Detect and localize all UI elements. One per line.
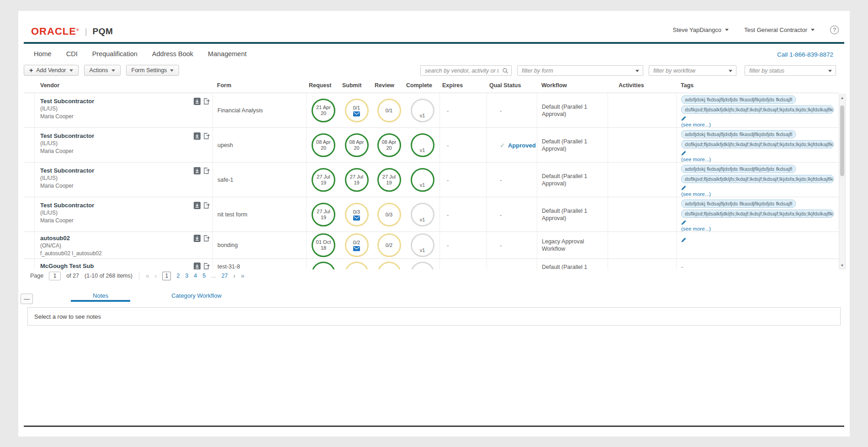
- add-vendor-button[interactable]: + Add Vendor: [24, 65, 79, 76]
- submit-cell[interactable]: 0/2: [340, 232, 373, 258]
- nav-home[interactable]: Home: [34, 50, 52, 58]
- export-pdf-icon[interactable]: [194, 132, 201, 140]
- tag-pill[interactable]: dsflkjsd;fljdsalkfjdkljfs;lkdajf;lkdsjf;…: [681, 210, 834, 218]
- org-menu[interactable]: Test General Contractor: [744, 26, 815, 33]
- submit-cell[interactable]: 27 Jul19: [340, 163, 373, 197]
- review-cell[interactable]: 0/1: [373, 93, 405, 128]
- open-form-icon[interactable]: [203, 235, 210, 242]
- edit-tags-pencil-icon[interactable]: [681, 185, 686, 190]
- open-form-icon[interactable]: [203, 263, 210, 269]
- form-name[interactable]: Financial Analysis: [212, 93, 306, 128]
- export-pdf-icon[interactable]: [194, 98, 201, 105]
- tag-pill[interactable]: adsfjdskj fkdsajfljdsfjds flkasdjflkjdsf…: [681, 130, 796, 138]
- request-cell[interactable]: 01 Oct18: [306, 232, 340, 258]
- prev-page-button[interactable]: ‹: [155, 272, 157, 279]
- vendor-name[interactable]: Test Subcontractor: [40, 202, 212, 209]
- filter-by-workflow-dropdown[interactable]: filter by workflow: [649, 65, 736, 76]
- submit-cell[interactable]: 0/3: [340, 197, 373, 232]
- col-expires[interactable]: Expires: [439, 78, 487, 93]
- col-activities[interactable]: Activities: [608, 78, 676, 93]
- last-page-button[interactable]: »: [241, 272, 244, 279]
- vendor-name[interactable]: Test Subcontractor: [40, 98, 212, 105]
- request-cell[interactable]: 27 Jul19: [306, 163, 340, 197]
- col-request[interactable]: Request: [306, 78, 340, 93]
- tab-notes[interactable]: Notes: [71, 291, 130, 302]
- col-form[interactable]: Form: [212, 78, 306, 93]
- call-phone-link[interactable]: Call 1-866-839-8872: [777, 51, 833, 58]
- request-cell[interactable]: 08 Apr20: [306, 128, 340, 163]
- next-page-button[interactable]: ›: [233, 272, 236, 279]
- table-row[interactable]: Test Subcontractor (IL/US) Maria Cooper …: [24, 93, 839, 128]
- table-row[interactable]: Test Subcontractor (IL/US) Maria Cooper …: [24, 163, 839, 197]
- request-cell[interactable]: 27 Jul19: [306, 197, 340, 232]
- complete-cell[interactable]: v1: [405, 128, 439, 163]
- complete-cell[interactable]: v1: [405, 93, 439, 128]
- vendor-name[interactable]: Test Subcontractor: [40, 132, 212, 139]
- vendor-name[interactable]: McGough Test Sub: [40, 263, 212, 269]
- review-cell[interactable]: 0/3: [373, 259, 405, 269]
- complete-cell[interactable]: v1: [405, 232, 439, 258]
- tag-pill[interactable]: dsflkjsd;fljdsalkfjdkljfs;lkdajf;lkdsjf;…: [681, 175, 834, 183]
- help-icon[interactable]: ?: [830, 26, 839, 34]
- nav-prequalification[interactable]: Prequalification: [92, 50, 138, 58]
- qual-status-value[interactable]: Approved: [508, 142, 536, 149]
- page-2-button[interactable]: 2: [176, 273, 180, 279]
- see-more-link[interactable]: (see more...): [681, 157, 711, 162]
- export-pdf-icon[interactable]: [194, 235, 201, 242]
- request-cell[interactable]: 31 Aug: [306, 259, 340, 269]
- edit-tags-pencil-icon[interactable]: [681, 151, 686, 156]
- request-cell[interactable]: 21 Apr20: [306, 93, 340, 128]
- nav-address-book[interactable]: Address Book: [152, 50, 193, 58]
- form-settings-button[interactable]: Form Settings: [126, 65, 180, 76]
- table-row[interactable]: Test Subcontractor (IL/US) Maria Cooper …: [24, 197, 839, 232]
- form-name[interactable]: test-31-8: [212, 259, 306, 269]
- col-submit[interactable]: Submit: [340, 78, 373, 93]
- actions-button[interactable]: Actions: [84, 65, 121, 76]
- review-cell[interactable]: 0/3: [373, 197, 405, 232]
- page-4-button[interactable]: 4: [194, 273, 197, 279]
- complete-cell[interactable]: v1: [405, 163, 439, 197]
- page-3-button[interactable]: 3: [185, 273, 188, 279]
- export-pdf-icon[interactable]: [194, 263, 201, 269]
- open-form-icon[interactable]: [203, 132, 210, 140]
- user-menu[interactable]: Steve YapDiangco: [673, 26, 729, 33]
- page-27-button[interactable]: 27: [222, 273, 228, 279]
- filter-by-form-dropdown[interactable]: filter by form: [517, 65, 643, 76]
- vendor-name[interactable]: Test Subcontractor: [40, 167, 212, 174]
- complete-cell[interactable]: v1: [405, 197, 439, 232]
- tag-pill[interactable]: adsfjdskj fkdsajfljdsfjds flkasdjflkjdsf…: [681, 200, 796, 208]
- review-cell[interactable]: 0/2: [373, 232, 405, 258]
- export-pdf-icon[interactable]: [194, 202, 201, 209]
- review-cell[interactable]: 08 Apr20: [373, 128, 405, 163]
- form-name[interactable]: bonding: [212, 232, 306, 258]
- col-tags[interactable]: Tags: [676, 78, 839, 93]
- tag-pill[interactable]: adsfjdskj fkdsajfljdsfjds flkasdjflkjdsf…: [681, 165, 796, 173]
- scroll-up-icon[interactable]: ▲: [839, 96, 845, 100]
- open-form-icon[interactable]: [203, 202, 210, 209]
- col-vendor[interactable]: Vendor: [35, 78, 212, 93]
- page-number-input[interactable]: [49, 272, 61, 280]
- nav-cdi[interactable]: CDI: [66, 50, 78, 58]
- table-row[interactable]: McGough Test Sub (MN/US) test-31-8 31 Au…: [24, 259, 839, 269]
- collapse-panel-button[interactable]: —: [21, 294, 33, 304]
- current-page-button[interactable]: 1: [162, 272, 171, 280]
- table-scrollbar[interactable]: ▲ ▼: [839, 94, 846, 269]
- open-form-icon[interactable]: [203, 98, 210, 105]
- edit-tags-pencil-icon[interactable]: [681, 116, 686, 121]
- edit-tags-pencil-icon[interactable]: [681, 220, 686, 225]
- col-workflow[interactable]: Workflow: [537, 78, 608, 93]
- scrollbar-thumb[interactable]: [840, 105, 844, 176]
- edit-tags-pencil-icon[interactable]: [681, 237, 686, 242]
- submit-cell[interactable]: 0/3: [340, 259, 373, 269]
- filter-by-status-dropdown[interactable]: filter by status: [745, 65, 836, 76]
- col-complete[interactable]: Complete: [405, 78, 439, 93]
- table-row[interactable]: autosub02 (ON/CA) f_autosub02 l_autosub0…: [24, 232, 839, 259]
- form-name[interactable]: safe-1: [212, 163, 306, 197]
- scroll-down-icon[interactable]: ▼: [839, 263, 845, 268]
- table-row[interactable]: Test Subcontractor (IL/US) Maria Cooper …: [24, 128, 839, 163]
- review-cell[interactable]: 27 Jul19: [373, 163, 405, 197]
- col-qual-status[interactable]: Qual Status: [487, 78, 537, 93]
- tab-category-workflow[interactable]: Category Workflow: [158, 291, 235, 302]
- complete-cell[interactable]: [405, 259, 439, 269]
- search-input[interactable]: [421, 66, 498, 75]
